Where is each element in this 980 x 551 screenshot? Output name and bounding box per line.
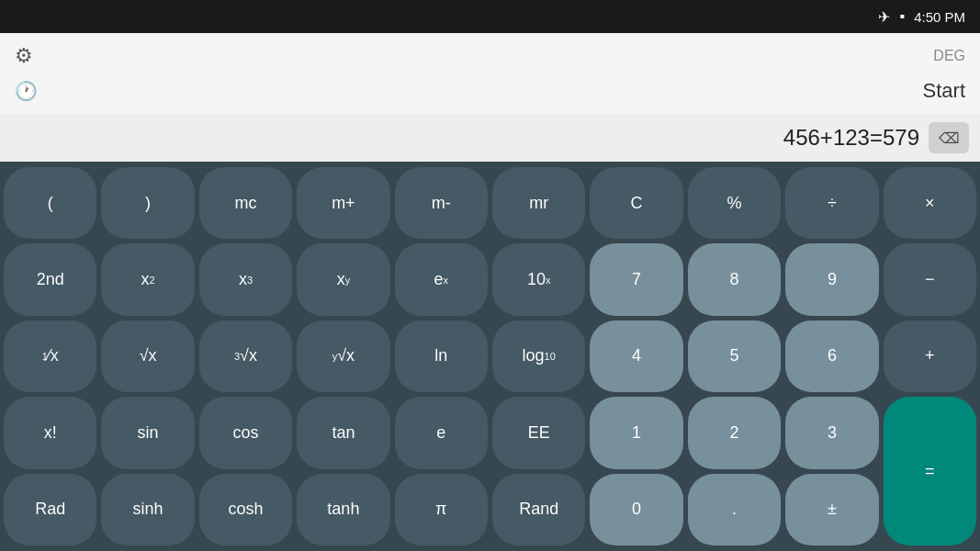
- status-bar: ✈ ▪ 4:50 PM: [0, 0, 980, 33]
- zero-button[interactable]: 0: [590, 474, 682, 545]
- toolbar-bottom: 🕐 Start: [15, 79, 965, 103]
- square-button[interactable]: x2: [101, 243, 194, 315]
- cbrt-button[interactable]: 3√x: [199, 320, 292, 392]
- epowx-button[interactable]: ex: [395, 243, 488, 315]
- mplus-button[interactable]: m+: [297, 167, 389, 239]
- xpowy-button[interactable]: xy: [297, 243, 389, 315]
- close-paren-button[interactable]: ): [101, 167, 194, 239]
- six-button[interactable]: 6: [785, 320, 878, 392]
- backspace-icon: ⌫: [939, 129, 960, 147]
- tan-button[interactable]: tan: [297, 397, 389, 468]
- mminus-button[interactable]: m-: [395, 167, 488, 239]
- toolbar-top: ⚙ DEG: [15, 44, 965, 68]
- display: 456+123=579 ⌫: [0, 114, 980, 162]
- rad-button[interactable]: Rad: [4, 474, 96, 545]
- rand-button[interactable]: Rand: [492, 474, 585, 545]
- five-button[interactable]: 5: [688, 320, 781, 392]
- toolbar: ⚙ DEG 🕐 Start: [0, 33, 980, 114]
- two-button[interactable]: 2: [688, 397, 781, 468]
- pi-button[interactable]: π: [395, 474, 488, 545]
- cube-button[interactable]: x3: [199, 243, 292, 315]
- settings-icon[interactable]: ⚙: [15, 44, 33, 68]
- mc-button[interactable]: mc: [199, 167, 292, 239]
- seven-button[interactable]: 7: [590, 243, 682, 315]
- reciprocal-button[interactable]: 1⁄x: [4, 320, 96, 392]
- display-text: 456+123=579: [11, 125, 919, 151]
- eight-button[interactable]: 8: [688, 243, 781, 315]
- tanh-button[interactable]: tanh: [297, 474, 389, 545]
- four-button[interactable]: 4: [590, 320, 682, 392]
- percent-button[interactable]: %: [688, 167, 781, 239]
- ln-button[interactable]: ln: [395, 320, 488, 392]
- plusminus-button[interactable]: ±: [785, 474, 878, 545]
- sinh-button[interactable]: sinh: [101, 474, 194, 545]
- sin-button[interactable]: sin: [101, 397, 194, 468]
- clear-button[interactable]: C: [590, 167, 682, 239]
- cos-button[interactable]: cos: [199, 397, 292, 468]
- battery-icon: ▪: [899, 8, 905, 25]
- mr-button[interactable]: mr: [492, 167, 585, 239]
- backspace-button[interactable]: ⌫: [929, 122, 969, 153]
- tenpowx-button[interactable]: 10x: [492, 243, 585, 315]
- calculator-grid: ()mcm+m-mrC%÷×2ndx2x3xyex10x789−1⁄x√x3√x…: [0, 162, 980, 551]
- subtract-button[interactable]: −: [884, 243, 976, 315]
- airplane-icon: ✈: [878, 8, 890, 26]
- status-time: 4:50 PM: [914, 9, 965, 25]
- cosh-button[interactable]: cosh: [199, 474, 292, 545]
- start-label: Start: [923, 79, 965, 103]
- history-icon[interactable]: 🕐: [15, 80, 38, 102]
- nine-button[interactable]: 9: [785, 243, 878, 315]
- ee-button[interactable]: EE: [492, 397, 585, 468]
- add-button[interactable]: +: [884, 320, 976, 392]
- factorial-button[interactable]: x!: [4, 397, 96, 468]
- ythroot-button[interactable]: y√x: [297, 320, 389, 392]
- open-paren-button[interactable]: (: [4, 167, 96, 239]
- one-button[interactable]: 1: [590, 397, 682, 468]
- equals-button[interactable]: =: [884, 397, 976, 545]
- euler-button[interactable]: e: [395, 397, 488, 468]
- log10-button[interactable]: log10: [492, 320, 585, 392]
- multiply-button[interactable]: ×: [884, 167, 976, 239]
- deg-label: DEG: [933, 48, 965, 64]
- second-button[interactable]: 2nd: [4, 243, 96, 315]
- sqrt-button[interactable]: √x: [101, 320, 194, 392]
- three-button[interactable]: 3: [785, 397, 878, 468]
- decimal-button[interactable]: .: [688, 474, 781, 545]
- divide-button[interactable]: ÷: [785, 167, 878, 239]
